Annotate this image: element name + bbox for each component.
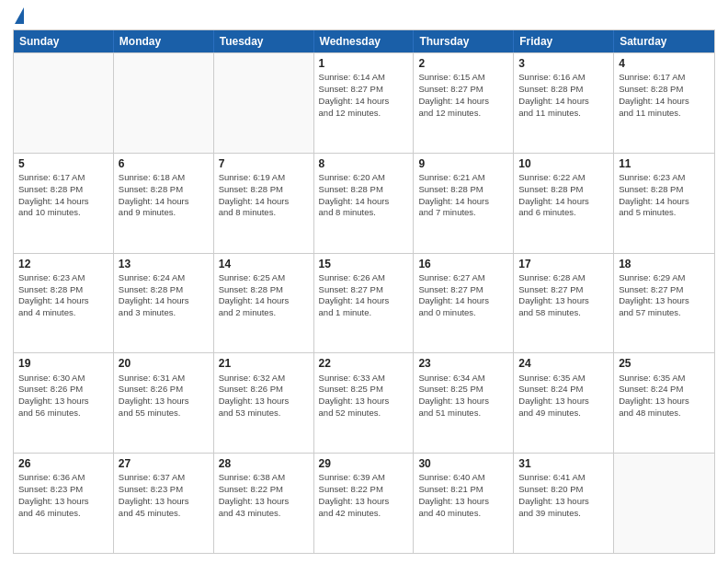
cell-date: 29 <box>319 456 409 471</box>
cell-info: Daylight: 14 hours <box>119 196 209 208</box>
cell-info: and 57 minutes. <box>619 307 710 319</box>
cell-info: Daylight: 13 hours <box>219 396 309 408</box>
cell-date: 12 <box>18 257 108 271</box>
cell-date: 27 <box>119 456 209 471</box>
cell-info: Sunset: 8:21 PM <box>418 484 508 496</box>
calendar-cell: 23Sunrise: 6:34 AMSunset: 8:25 PMDayligh… <box>414 353 514 453</box>
cell-info: Sunset: 8:28 PM <box>418 184 508 196</box>
cell-date: 5 <box>18 156 108 171</box>
calendar-row: 19Sunrise: 6:30 AMSunset: 8:26 PMDayligh… <box>14 352 714 453</box>
cell-info: Sunset: 8:28 PM <box>518 84 609 96</box>
cell-info: Daylight: 14 hours <box>518 196 609 208</box>
calendar-cell: 11Sunrise: 6:23 AMSunset: 8:28 PMDayligh… <box>614 154 714 253</box>
cell-date: 3 <box>518 56 609 71</box>
cell-info: and 58 minutes. <box>518 307 609 319</box>
cell-info: Daylight: 13 hours <box>219 496 309 508</box>
cell-info: Sunrise: 6:17 AM <box>18 172 108 184</box>
cell-info: Daylight: 14 hours <box>319 196 409 208</box>
cell-info: Sunrise: 6:15 AM <box>418 72 508 84</box>
calendar-cell: 22Sunrise: 6:33 AMSunset: 8:25 PMDayligh… <box>314 353 415 453</box>
cell-info: Sunset: 8:28 PM <box>219 184 309 196</box>
cell-info: Daylight: 14 hours <box>219 196 309 208</box>
cell-info: Daylight: 13 hours <box>518 496 609 508</box>
cell-info: Sunrise: 6:19 AM <box>219 172 309 184</box>
cell-info: and 11 minutes. <box>619 108 710 120</box>
cell-date: 25 <box>619 356 710 371</box>
logo <box>13 9 24 24</box>
calendar-cell: 17Sunrise: 6:28 AMSunset: 8:27 PMDayligh… <box>514 254 614 353</box>
calendar-cell: 26Sunrise: 6:36 AMSunset: 8:23 PMDayligh… <box>14 454 114 553</box>
cell-info: Sunset: 8:28 PM <box>619 84 710 96</box>
cell-info: Daylight: 14 hours <box>418 96 508 108</box>
cell-info: Sunset: 8:27 PM <box>319 84 409 96</box>
cell-info: and 12 minutes. <box>418 108 508 120</box>
cell-info: Daylight: 14 hours <box>518 96 609 108</box>
cell-date: 23 <box>418 356 508 371</box>
calendar-row: 1Sunrise: 6:14 AMSunset: 8:27 PMDaylight… <box>14 52 714 153</box>
cell-info: and 8 minutes. <box>319 207 409 219</box>
cell-date: 18 <box>619 257 710 271</box>
cell-info: Sunset: 8:22 PM <box>319 484 409 496</box>
cell-info: and 49 minutes. <box>518 408 609 419</box>
cell-info: Daylight: 14 hours <box>119 295 209 307</box>
cell-info: and 53 minutes. <box>219 408 309 419</box>
calendar-header: SundayMondayTuesdayWednesdayThursdayFrid… <box>14 30 714 52</box>
cell-info: Daylight: 14 hours <box>619 96 710 108</box>
calendar-cell <box>14 53 114 153</box>
cell-info: and 56 minutes. <box>18 408 108 419</box>
calendar-cell <box>214 53 314 153</box>
cell-info: and 39 minutes. <box>518 508 609 520</box>
page: SundayMondayTuesdayWednesdayThursdayFrid… <box>0 0 728 563</box>
cell-info: and 40 minutes. <box>418 508 508 520</box>
cell-date: 6 <box>119 156 209 171</box>
cell-info: Sunset: 8:28 PM <box>119 184 209 196</box>
cell-info: Sunset: 8:28 PM <box>518 184 609 196</box>
cell-info: Sunset: 8:20 PM <box>518 484 609 496</box>
cell-info: and 3 minutes. <box>119 307 209 319</box>
cell-info: Daylight: 13 hours <box>619 396 710 408</box>
calendar-cell: 13Sunrise: 6:24 AMSunset: 8:28 PMDayligh… <box>114 254 214 353</box>
calendar-cell: 6Sunrise: 6:18 AMSunset: 8:28 PMDaylight… <box>114 154 214 253</box>
cell-date: 14 <box>219 257 309 271</box>
logo-icon <box>13 9 24 24</box>
cell-date: 10 <box>518 156 609 171</box>
cell-info: Sunset: 8:23 PM <box>119 484 209 496</box>
cell-info: Sunset: 8:28 PM <box>619 184 710 196</box>
cell-info: Daylight: 13 hours <box>18 396 108 408</box>
cell-info: and 42 minutes. <box>319 508 409 520</box>
cell-date: 20 <box>119 356 209 371</box>
cell-info: Sunset: 8:27 PM <box>319 284 409 296</box>
cell-info: Sunrise: 6:26 AM <box>319 272 409 284</box>
cell-info: and 55 minutes. <box>119 408 209 419</box>
calendar-cell: 3Sunrise: 6:16 AMSunset: 8:28 PMDaylight… <box>514 53 614 153</box>
cell-info: Sunrise: 6:39 AM <box>319 472 409 484</box>
calendar-cell: 24Sunrise: 6:35 AMSunset: 8:24 PMDayligh… <box>514 353 614 453</box>
cell-info: Daylight: 13 hours <box>518 295 609 307</box>
cell-info: and 0 minutes. <box>418 307 508 319</box>
cell-info: Sunset: 8:27 PM <box>418 84 508 96</box>
day-header: Tuesday <box>214 30 314 52</box>
cell-date: 31 <box>518 456 609 471</box>
cell-info: Sunrise: 6:34 AM <box>418 373 508 385</box>
cell-date: 16 <box>418 257 508 271</box>
calendar-row: 12Sunrise: 6:23 AMSunset: 8:28 PMDayligh… <box>14 253 714 353</box>
calendar-body: 1Sunrise: 6:14 AMSunset: 8:27 PMDaylight… <box>14 52 714 553</box>
calendar-cell: 8Sunrise: 6:20 AMSunset: 8:28 PMDaylight… <box>314 154 415 253</box>
cell-info: Sunrise: 6:30 AM <box>18 373 108 385</box>
cell-date: 19 <box>18 356 108 371</box>
cell-info: Sunset: 8:25 PM <box>319 384 409 396</box>
cell-info: Sunset: 8:26 PM <box>119 384 209 396</box>
calendar-cell: 14Sunrise: 6:25 AMSunset: 8:28 PMDayligh… <box>214 254 314 353</box>
cell-date: 24 <box>518 356 609 371</box>
cell-info: Sunrise: 6:38 AM <box>219 472 309 484</box>
day-header: Sunday <box>14 30 114 52</box>
cell-info: Sunrise: 6:28 AM <box>518 272 609 284</box>
cell-info: Sunset: 8:23 PM <box>18 484 108 496</box>
calendar-cell: 27Sunrise: 6:37 AMSunset: 8:23 PMDayligh… <box>114 454 214 553</box>
calendar-cell: 20Sunrise: 6:31 AMSunset: 8:26 PMDayligh… <box>114 353 214 453</box>
cell-info: and 7 minutes. <box>418 207 508 219</box>
cell-info: Sunset: 8:26 PM <box>219 384 309 396</box>
cell-info: Sunrise: 6:18 AM <box>119 172 209 184</box>
cell-date: 11 <box>619 156 710 171</box>
cell-info: Sunrise: 6:40 AM <box>418 472 508 484</box>
